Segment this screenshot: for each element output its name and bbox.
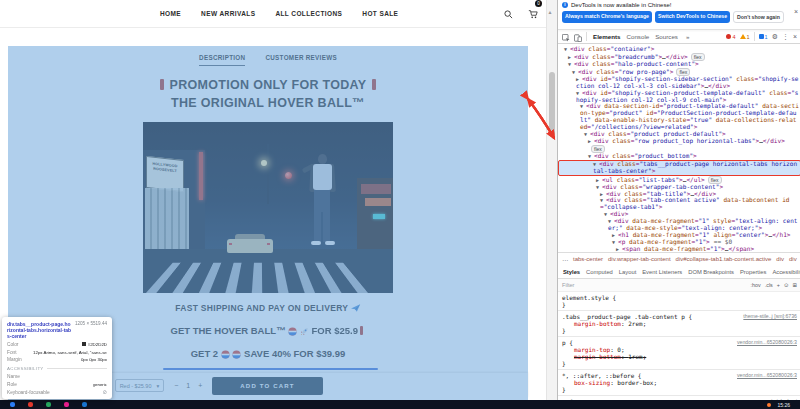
breadcrumb-item[interactable]: tabs-center bbox=[573, 256, 603, 262]
tooltip-kbd-label: Keyboard-focusable bbox=[7, 390, 50, 395]
dom-tree-row[interactable]: ▼<div data-section-id="product-template-… bbox=[558, 103, 800, 131]
console-warnings-badge[interactable]: 1 bbox=[740, 34, 750, 40]
rocket-icon bbox=[300, 325, 309, 336]
site-header: HOMENEW ARRIVALSALL COLLECTIONSHOT SALE … bbox=[0, 0, 546, 28]
css-rule: element.style {} bbox=[558, 292, 800, 311]
taskbar-app-icon[interactable] bbox=[10, 402, 15, 407]
device-toolbar-icon[interactable] bbox=[574, 28, 582, 46]
taskbar-app-icon[interactable] bbox=[46, 402, 51, 407]
console-errors-badge[interactable]: 4 bbox=[726, 34, 735, 40]
dom-tree-row[interactable]: ▶<div class="row product_top horizontal-… bbox=[558, 138, 800, 153]
add-to-cart-button[interactable]: ADD TO CART bbox=[212, 377, 322, 395]
glowing-hover-ball bbox=[285, 172, 292, 179]
cart-icon[interactable]: 0 bbox=[528, 5, 538, 23]
dom-tree-row[interactable]: ▼<div class="tabs__product-page horizont… bbox=[558, 160, 800, 176]
tab-description[interactable]: DESCRIPTION bbox=[199, 54, 245, 66]
css-declaration[interactable]: box-sizing: border-box; bbox=[562, 379, 797, 386]
kebab-menu-icon[interactable]: ⋮ bbox=[782, 33, 789, 41]
filter-tool[interactable]: .cls bbox=[765, 282, 773, 288]
settings-gear-icon[interactable]: ⚙ bbox=[772, 33, 778, 41]
styles-tab-layout[interactable]: Layout bbox=[619, 269, 636, 275]
css-declaration[interactable]: margin-bottom: 1rem; bbox=[562, 353, 797, 360]
taskbar-app-icon[interactable] bbox=[64, 402, 69, 407]
dom-tree-row[interactable]: ▼<div class="tab-content active" data-ta… bbox=[558, 197, 800, 211]
hover-ball-icon bbox=[288, 325, 297, 336]
nav-item-new-arrivals[interactable]: NEW ARRIVALS bbox=[201, 10, 255, 17]
breadcrumb-item[interactable]: div.wrapper-tab-content bbox=[608, 256, 671, 262]
red-bar-icon bbox=[160, 79, 164, 90]
dom-tree-row[interactable]: ▼<div id="shopify-section-product-templa… bbox=[558, 90, 800, 104]
hollywood-sign: HOLLYWOODROOSEVELT bbox=[146, 156, 184, 192]
red-bar-icon bbox=[360, 326, 364, 335]
styles-tab-accessibility[interactable]: Accessibility bbox=[772, 269, 800, 275]
qty-minus-button[interactable]: − bbox=[174, 382, 178, 389]
paper-plane-icon bbox=[351, 303, 361, 313]
breadcrumb-item[interactable]: div bbox=[776, 256, 784, 262]
filter-tool[interactable]: + bbox=[777, 282, 780, 288]
dont-show-again-button[interactable]: Don't show again bbox=[733, 11, 784, 23]
styles-tab-styles[interactable]: Styles bbox=[563, 269, 580, 275]
main-nav: HOMENEW ARRIVALSALL COLLECTIONSHOT SALE bbox=[160, 0, 398, 27]
taskbar-app-icon[interactable] bbox=[82, 402, 87, 407]
cart-count-badge: 0 bbox=[535, 0, 542, 7]
dom-breadcrumb-bar: ⋯tabs-centerdiv.wrapper-tab-contentdiv#c… bbox=[558, 252, 800, 265]
nav-item-all-collections[interactable]: ALL COLLECTIONS bbox=[275, 10, 342, 17]
devtools-tab-sources[interactable]: Sources bbox=[653, 33, 680, 40]
taskbar-tray-icon[interactable] bbox=[767, 403, 771, 407]
css-rule-source-link[interactable]: theme-stile..j [sm]:6736 bbox=[743, 313, 797, 320]
styles-tab-dom-breakpoints[interactable]: DOM Breakpoints bbox=[688, 269, 734, 275]
tab-customer-reviews[interactable]: CUSTOMER REVIEWS bbox=[265, 54, 337, 66]
issues-badge[interactable]: 1 bbox=[759, 34, 768, 40]
devtools-close-icon[interactable]: × bbox=[793, 33, 797, 41]
css-declaration[interactable]: margin-bottom: 2rem; bbox=[562, 320, 797, 327]
qty-plus-button[interactable]: + bbox=[198, 382, 202, 389]
devtools-tab-console[interactable]: Console bbox=[625, 33, 652, 40]
switch-chinese-button[interactable]: Switch DevTools to Chinese bbox=[655, 11, 730, 23]
dom-tree-row[interactable]: ▼<div class="container"> bbox=[558, 46, 800, 53]
dom-tree-row[interactable]: ▶<div id="shopify-section-sidebar-sectio… bbox=[558, 76, 800, 90]
qty-value: 1 bbox=[186, 382, 190, 389]
breadcrumb-item[interactable]: div bbox=[789, 256, 797, 262]
info-icon: i bbox=[562, 2, 568, 8]
notification-close-icon[interactable]: × bbox=[794, 8, 798, 15]
styles-tab-event-listeners[interactable]: Event Listeners bbox=[642, 269, 682, 275]
more-tabs-icon[interactable]: » bbox=[684, 33, 691, 40]
taskbar-app-icon[interactable] bbox=[28, 402, 33, 407]
scrollbar-thumb[interactable] bbox=[549, 72, 555, 136]
search-icon[interactable] bbox=[504, 5, 513, 23]
hover-ball-icon bbox=[232, 348, 241, 359]
inspect-element-icon[interactable] bbox=[562, 28, 570, 46]
css-rule-source-link[interactable]: vendor.min...652080026:3 bbox=[737, 372, 797, 379]
variant-select[interactable]: Red - $25.90 ▾ bbox=[115, 379, 165, 392]
css-rule: *, ::after, ::before {vendor.min...65208… bbox=[558, 370, 800, 396]
quantity-stepper: − 1 + bbox=[174, 382, 202, 389]
filter-tool[interactable]: :hov bbox=[750, 282, 760, 288]
promo-heading-line1: PROMOTION ONLY FOR TODAY bbox=[8, 78, 528, 92]
css-declaration[interactable]: margin-top: 0; bbox=[562, 346, 797, 353]
scrollbar-up-icon[interactable]: ▲ bbox=[547, 9, 553, 15]
dom-tree-row[interactable]: ▼<div data-mce-fragment="1" style="text-… bbox=[558, 218, 800, 232]
breadcrumb-item[interactable]: div#collapse-tab1.tab-content.active bbox=[676, 256, 772, 262]
css-rule-source-link[interactable]: vendor.min...652080026:3 bbox=[737, 339, 797, 346]
css-rules-list: element.style {}.tabs__product-page .tab… bbox=[558, 292, 800, 400]
tooltip-role-label: Role bbox=[7, 382, 17, 387]
screenshot-stage: HOMENEW ARRIVALSALL COLLECTIONSHOT SALE … bbox=[0, 0, 800, 409]
nav-item-home[interactable]: HOME bbox=[160, 10, 181, 17]
styles-tab-properties[interactable]: Properties bbox=[740, 269, 766, 275]
dom-tree-row[interactable]: ▼<div class="halo-product-content"> bbox=[558, 61, 800, 68]
styles-filter-input[interactable]: Filter bbox=[562, 282, 574, 288]
filter-tool[interactable]: ⊙ bbox=[784, 282, 789, 288]
devtools-tabs: ElementsConsoleSources bbox=[591, 33, 680, 40]
styles-tab-computed[interactable]: Computed bbox=[586, 269, 613, 275]
filter-tool[interactable]: ⊞ bbox=[792, 282, 797, 288]
nav-item-hot-sale[interactable]: HOT SALE bbox=[362, 10, 398, 17]
match-language-button[interactable]: Always match Chrome's language bbox=[562, 11, 652, 23]
page-scrollbar[interactable]: ▲ bbox=[546, 0, 557, 400]
blue-divider bbox=[163, 368, 378, 370]
devtools-tab-elements[interactable]: Elements bbox=[591, 33, 623, 40]
css-rule-selector: .tabs__product-page .tab-content p { bbox=[562, 313, 739, 320]
product-image: HOLLYWOODROOSEVELT bbox=[143, 122, 393, 293]
benefit-line: FAST SHIPPING AND PAY ON DELIVERY bbox=[8, 303, 528, 313]
dom-tree-row[interactable]: ▼<div class="product_bottom"> bbox=[558, 153, 800, 160]
promo-heading-line2: THE ORIGINAL HOVER BALL™ bbox=[8, 96, 528, 110]
